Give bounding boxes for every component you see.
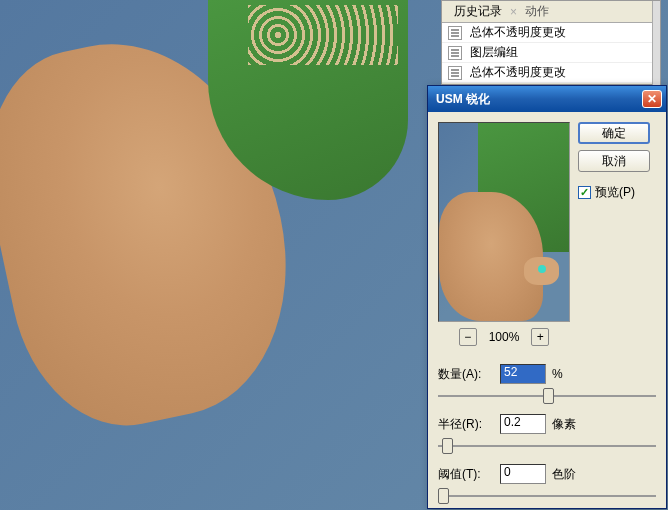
close-icon: ✕ [647, 92, 657, 106]
zoom-level: 100% [489, 330, 520, 344]
zoom-in-button[interactable]: + [531, 328, 549, 346]
threshold-label: 阈值(T): [438, 466, 494, 483]
threshold-unit: 色阶 [552, 466, 576, 483]
ok-button[interactable]: 确定 [578, 122, 650, 144]
scrollbar[interactable] [652, 1, 660, 86]
zoom-out-button[interactable]: − [459, 328, 477, 346]
preview-image[interactable] [438, 122, 570, 322]
dialog-title: USM 锐化 [432, 91, 642, 108]
threshold-input[interactable]: 0 [500, 464, 546, 484]
amount-input[interactable]: 52 [500, 364, 546, 384]
history-step-icon [448, 26, 462, 40]
history-item[interactable]: 图层编组 [442, 43, 660, 63]
radius-slider[interactable] [438, 436, 656, 456]
radius-unit: 像素 [552, 416, 576, 433]
close-button[interactable]: ✕ [642, 90, 662, 108]
radius-input[interactable]: 0.2 [500, 414, 546, 434]
minus-icon: − [464, 330, 471, 344]
tab-history[interactable]: 历史记录 [446, 0, 510, 23]
preview-label: 预览(P) [595, 184, 635, 201]
preview-checkbox[interactable]: ✓ [578, 186, 591, 199]
radius-label: 半径(R): [438, 416, 494, 433]
history-step-icon [448, 46, 462, 60]
amount-slider[interactable] [438, 386, 656, 406]
threshold-slider[interactable] [438, 486, 656, 506]
usm-dialog: USM 锐化 ✕ − 100% + 确定 取消 [427, 85, 667, 509]
cancel-button[interactable]: 取消 [578, 150, 650, 172]
history-step-icon [448, 66, 462, 80]
history-item[interactable]: 总体不透明度更改 [442, 63, 660, 83]
history-item[interactable]: 总体不透明度更改 [442, 23, 660, 43]
titlebar[interactable]: USM 锐化 ✕ [428, 86, 666, 112]
amount-unit: % [552, 367, 563, 381]
tab-actions[interactable]: 动作 [517, 0, 557, 23]
amount-label: 数量(A): [438, 366, 494, 383]
plus-icon: + [537, 330, 544, 344]
history-panel: 历史记录 × 动作 总体不透明度更改 图层编组 总体不透明度更改 [441, 0, 661, 85]
